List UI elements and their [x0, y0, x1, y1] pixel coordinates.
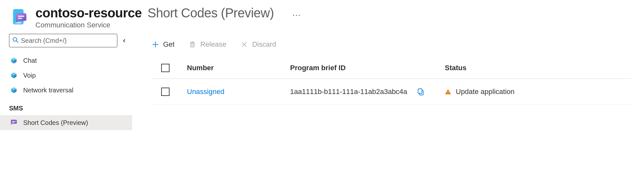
table-header-row: Number Program brief ID Status	[151, 58, 631, 79]
svg-line-7	[16, 41, 18, 42]
release-button[interactable]: Release	[189, 40, 226, 49]
more-actions-button[interactable]: ···	[280, 10, 301, 19]
copy-icon[interactable]	[417, 88, 424, 96]
search-input[interactable]	[21, 37, 114, 44]
cube-icon	[10, 87, 17, 94]
toolbar: Get Release Discard	[151, 36, 631, 58]
search-box[interactable]	[9, 34, 117, 47]
get-button-label: Get	[163, 40, 174, 49]
sidebar-item-chat[interactable]: Chat	[0, 53, 132, 68]
trash-icon	[189, 41, 196, 48]
resource-name: contoso-resource	[35, 6, 142, 20]
sidebar: ‹‹ Chat Voip Network traversal	[0, 33, 132, 179]
sidebar-item-voip[interactable]: Voip	[0, 68, 132, 83]
warning-icon	[445, 89, 451, 95]
sidebar-item-label: Network traversal	[23, 87, 73, 94]
collapse-sidebar-button[interactable]: ‹‹	[123, 36, 125, 45]
close-icon	[240, 41, 248, 48]
svg-rect-13	[191, 43, 194, 47]
svg-rect-22	[448, 91, 448, 92]
svg-rect-9	[12, 121, 16, 122]
column-header-status[interactable]: Status	[445, 64, 631, 72]
select-all-checkbox[interactable]	[161, 64, 170, 72]
sidebar-item-short-codes[interactable]: Short Codes (Preview)	[0, 115, 132, 130]
svg-rect-21	[418, 89, 422, 93]
discard-button[interactable]: Discard	[240, 40, 276, 49]
release-button-label: Release	[200, 40, 226, 49]
svg-rect-10	[12, 122, 15, 123]
plus-icon	[151, 41, 159, 48]
search-icon	[13, 37, 18, 44]
column-header-brief[interactable]: Program brief ID	[290, 64, 445, 72]
blade-title: Short Codes (Preview)	[148, 6, 274, 20]
table-row: Unassigned 1aa1111b-b111-111a-11ab2a3abc…	[151, 79, 631, 105]
sidebar-item-network-traversal[interactable]: Network traversal	[0, 83, 132, 98]
svg-rect-23	[448, 93, 448, 94]
program-brief-id: 1aa1111b-b111-111a-11ab2a3abc4a	[290, 88, 407, 96]
cube-icon	[10, 57, 17, 64]
column-header-number[interactable]: Number	[187, 64, 290, 72]
sidebar-item-label: Chat	[23, 57, 37, 64]
cube-icon	[10, 72, 17, 79]
svg-rect-3	[16, 13, 26, 21]
status-text: Update application	[456, 88, 514, 96]
row-checkbox[interactable]	[161, 88, 170, 96]
get-button[interactable]: Get	[151, 40, 174, 49]
resource-icon	[10, 7, 29, 26]
sidebar-item-label: Voip	[23, 72, 36, 79]
short-codes-icon	[10, 118, 17, 127]
resource-type-label: Communication Service	[35, 21, 301, 29]
svg-rect-5	[18, 18, 22, 19]
svg-rect-4	[18, 16, 24, 17]
sidebar-item-label: Short Codes (Preview)	[23, 119, 88, 127]
sidebar-group-sms: SMS	[0, 98, 132, 115]
number-link[interactable]: Unassigned	[187, 88, 224, 96]
discard-button-label: Discard	[252, 40, 276, 49]
